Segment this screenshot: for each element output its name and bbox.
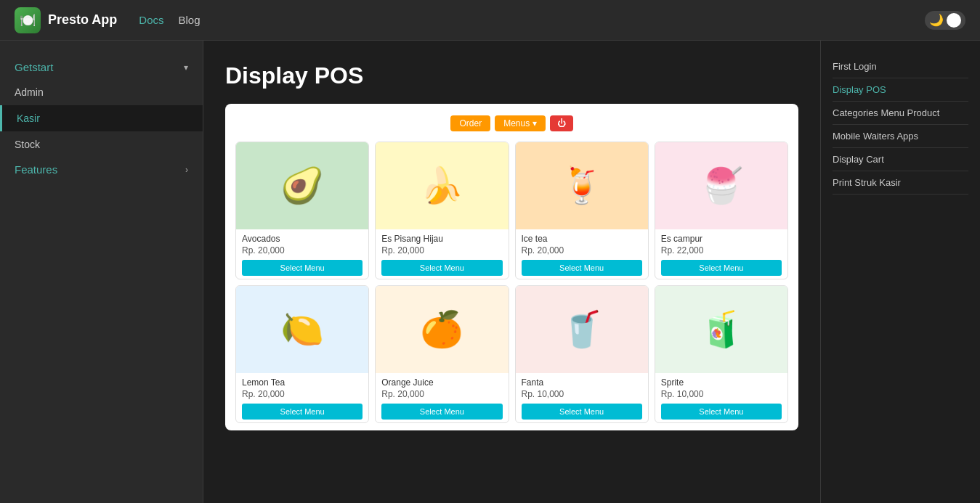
select-menu-button[interactable]: Select Menu — [242, 260, 363, 276]
select-menu-button[interactable]: Select Menu — [522, 404, 642, 420]
product-name: Es Pisang Hijau — [381, 234, 502, 244]
theme-toggle[interactable]: 🌙 — [925, 11, 965, 30]
product-info: Avocados Rp. 20,000 Select Menu — [236, 229, 368, 279]
moon-icon: 🌙 — [929, 13, 944, 27]
app-title: Presto App — [48, 12, 117, 28]
product-card: 🥑 Avocados Rp. 20,000 Select Menu — [235, 142, 369, 279]
logo-icon: 🍽️ — [15, 7, 41, 33]
right-nav-item-mobile-waiters-apps[interactable]: Mobile Waiters Apps — [833, 125, 968, 148]
product-image: 🍹 — [516, 142, 648, 229]
left-sidebar: Getstart ▾ Admin Kasir Stock Features › — [0, 41, 203, 503]
select-menu-button[interactable]: Select Menu — [661, 260, 782, 276]
pos-toolbar: Order Menus ▾ ⏻ — [232, 111, 791, 136]
product-card: 🍹 Ice tea Rp. 20,000 Select Menu — [515, 142, 649, 279]
product-name: Orange Juice — [381, 377, 502, 388]
right-nav-item-display-pos[interactable]: Display POS — [833, 78, 968, 102]
features-label: Features — [15, 163, 57, 176]
header: 🍽️ Presto App Docs Blog 🌙 — [0, 0, 980, 41]
product-price: Rp. 10,000 — [522, 389, 642, 399]
product-price: Rp. 20,000 — [242, 245, 363, 255]
right-nav-item-display-cart[interactable]: Display Cart — [833, 148, 968, 171]
product-info: Sprite Rp. 10,000 Select Menu — [655, 373, 787, 422]
product-image: 🍌 — [376, 142, 508, 229]
product-card: 🍊 Orange Juice Rp. 20,000 Select Menu — [375, 285, 509, 423]
product-card: 🍋 Lemon Tea Rp. 20,000 Select Menu — [235, 285, 369, 423]
header-right: 🌙 — [925, 11, 965, 30]
product-image: 🍊 — [376, 286, 508, 373]
sidebar-item-admin[interactable]: Admin — [0, 79, 203, 105]
product-card: 🍧 Es campur Rp. 22,000 Select Menu — [655, 142, 788, 279]
logo-area: 🍽️ Presto App — [15, 7, 117, 33]
product-name: Lemon Tea — [242, 377, 363, 388]
product-card: 🍌 Es Pisang Hijau Rp. 20,000 Select Menu — [375, 142, 509, 279]
chevron-down-icon: ▾ — [184, 62, 188, 73]
product-image: 🥑 — [236, 142, 368, 229]
toggle-circle — [947, 13, 961, 28]
product-name: Fanta — [522, 377, 642, 388]
getstart-label: Getstart — [15, 61, 53, 73]
product-price: Rp. 20,000 — [242, 389, 363, 399]
product-name: Ice tea — [522, 234, 642, 244]
chevron-right-icon: › — [185, 165, 188, 175]
product-info: Es campur Rp. 22,000 Select Menu — [655, 229, 787, 279]
product-info: Lemon Tea Rp. 20,000 Select Menu — [236, 373, 368, 422]
sidebar-group-features[interactable]: Features › — [0, 158, 203, 181]
main-content: Display POS Order Menus ▾ ⏻ 🥑 Avocados R… — [203, 41, 820, 503]
product-price: Rp. 22,000 — [661, 245, 782, 255]
sidebar-item-stock[interactable]: Stock — [0, 131, 203, 158]
product-info: Es Pisang Hijau Rp. 20,000 Select Menu — [376, 229, 508, 279]
select-menu-button[interactable]: Select Menu — [381, 404, 502, 420]
right-nav-item-print-struk-kasir[interactable]: Print Struk Kasir — [833, 171, 968, 195]
docs-link[interactable]: Docs — [139, 14, 163, 26]
product-grid: 🥑 Avocados Rp. 20,000 Select Menu 🍌 Es P… — [232, 142, 791, 423]
product-image: 🧃 — [655, 286, 787, 373]
product-card: 🥤 Fanta Rp. 10,000 Select Menu — [515, 285, 649, 423]
product-name: Es campur — [661, 234, 782, 244]
product-name: Sprite — [661, 377, 782, 388]
select-menu-button[interactable]: Select Menu — [381, 260, 502, 276]
menus-button[interactable]: Menus ▾ — [495, 115, 545, 131]
layout: Getstart ▾ Admin Kasir Stock Features › … — [0, 41, 980, 503]
main-nav: Docs Blog — [139, 14, 200, 26]
pos-container: Order Menus ▾ ⏻ 🥑 Avocados Rp. 20,000 Se… — [225, 104, 798, 430]
order-button[interactable]: Order — [450, 115, 490, 131]
product-name: Avocados — [242, 234, 363, 244]
right-nav-item-first-login[interactable]: First Login — [833, 55, 968, 78]
page-title: Display POS — [225, 62, 798, 89]
power-button[interactable]: ⏻ — [550, 115, 573, 131]
blog-link[interactable]: Blog — [179, 14, 201, 26]
right-nav-item-categories-menu-product[interactable]: Categories Menu Product — [833, 102, 968, 125]
sidebar-item-kasir[interactable]: Kasir — [0, 105, 203, 131]
product-image: 🍧 — [655, 142, 787, 229]
product-price: Rp. 20,000 — [381, 245, 502, 255]
product-price: Rp. 20,000 — [381, 389, 502, 399]
select-menu-button[interactable]: Select Menu — [242, 404, 363, 420]
product-image: 🍋 — [236, 286, 368, 373]
product-image: 🥤 — [516, 286, 648, 373]
sidebar-group-getstart[interactable]: Getstart ▾ — [0, 55, 203, 79]
product-info: Orange Juice Rp. 20,000 Select Menu — [376, 373, 508, 422]
select-menu-button[interactable]: Select Menu — [522, 260, 642, 276]
right-sidebar: First LoginDisplay POSCategories Menu Pr… — [820, 41, 980, 503]
select-menu-button[interactable]: Select Menu — [661, 404, 782, 420]
product-card: 🧃 Sprite Rp. 10,000 Select Menu — [655, 285, 788, 423]
product-info: Ice tea Rp. 20,000 Select Menu — [516, 229, 648, 279]
product-price: Rp. 20,000 — [522, 245, 642, 255]
product-info: Fanta Rp. 10,000 Select Menu — [516, 373, 648, 422]
product-price: Rp. 10,000 — [661, 389, 782, 399]
